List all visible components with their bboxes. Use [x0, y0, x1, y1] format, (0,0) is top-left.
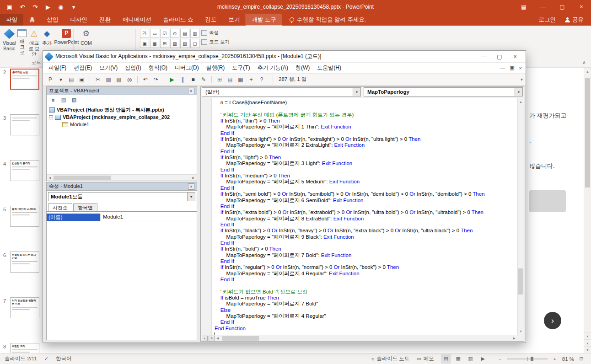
scrollbar-thumb[interactable]: [585, 78, 590, 187]
mdi-restore-icon[interactable]: ▣: [510, 65, 514, 71]
vba-titlebar[interactable]: Microsoft Visual Basic for Applications …: [43, 51, 526, 63]
commandbutton-control-icon[interactable]: ▣: [140, 39, 149, 48]
scroll-right-icon[interactable]: ▶: [190, 175, 197, 181]
reset-icon[interactable]: ■: [188, 75, 198, 84]
copy-icon[interactable]: ▥: [104, 75, 113, 84]
ribbon-big-button[interactable]: COM: [81, 28, 92, 46]
vba-menu-item[interactable]: 창(W): [292, 64, 313, 72]
listbox-control-icon[interactable]: ▥: [190, 29, 199, 38]
tell-me-box[interactable]: 수행할 작업을 알려 주세요.: [290, 14, 366, 26]
vba-menu-item[interactable]: 실행(R): [203, 64, 229, 72]
ppt-view-icon[interactable]: P: [46, 75, 55, 84]
vba-menu-item[interactable]: 추가 기능(A): [254, 64, 292, 72]
project-tree-item[interactable]: - VBAProject (mckinsey_empire_collapse_2…: [47, 113, 197, 121]
project-explorer-close-button[interactable]: ×: [188, 88, 194, 94]
ribbon-tab[interactable]: 보기: [222, 14, 246, 26]
zoom-slider[interactable]: [507, 359, 548, 359]
combobox-control-icon[interactable]: ▤: [180, 29, 189, 38]
code-horizontal-scrollbar[interactable]: ▪ ≡ ◀ ▶: [201, 335, 517, 341]
ribbon-display-options-button[interactable]: ▤: [514, 0, 533, 14]
project-tree-item[interactable]: Module1: [47, 121, 197, 128]
notes-toggle[interactable]: ≡ 슬라이드 노트: [371, 355, 410, 362]
scroll-down-icon[interactable]: ▼: [518, 327, 524, 335]
properties-header[interactable]: 속성 - Module1 ×: [47, 182, 197, 191]
slide-sorter-icon[interactable]: ▦: [453, 354, 463, 364]
object-browser-icon[interactable]: ▦: [236, 75, 245, 84]
object-combo[interactable]: (일반) ▾: [202, 87, 361, 96]
project-explorer-header[interactable]: 프로젝트 - VBAProject ×: [47, 87, 197, 95]
property-row[interactable]: (이름) Module1: [47, 214, 197, 221]
project-explorer-icon[interactable]: ⊞: [215, 75, 224, 84]
minimize-button[interactable]: —: [533, 0, 553, 14]
break-icon[interactable]: ∥: [178, 75, 187, 84]
tree-expander-icon[interactable]: -: [49, 115, 53, 119]
slide-thumbnail[interactable]: [10, 114, 39, 135]
ribbon-tab[interactable]: 홈: [23, 14, 41, 26]
ribbon-tab[interactable]: 개발 도구: [246, 14, 282, 26]
toggle-folders-icon[interactable]: ▧: [70, 96, 78, 104]
redo-icon[interactable]: ↷: [151, 75, 161, 84]
undo-icon[interactable]: ↶: [141, 75, 150, 84]
save-icon[interactable]: ▣: [77, 75, 86, 84]
redo-icon[interactable]: ↷: [29, 1, 41, 13]
save-icon[interactable]: ▣: [4, 1, 16, 13]
zoom-slider-thumb[interactable]: [531, 357, 533, 361]
property-name-cell[interactable]: (이름): [47, 214, 101, 221]
fit-to-window-button[interactable]: ⊡: [576, 354, 586, 364]
view-object-icon[interactable]: ▤: [59, 96, 68, 104]
language-indicator[interactable]: 한국어: [56, 355, 72, 362]
chevron-down-icon[interactable]: ▾: [353, 88, 360, 96]
zoom-out-button[interactable]: −: [495, 354, 505, 364]
ribbon-tab[interactable]: 삽입: [41, 14, 64, 26]
scroll-right-icon[interactable]: ▶: [511, 335, 517, 342]
scroll-down-icon[interactable]: ▼: [584, 332, 591, 339]
ribbon-big-button[interactable]: 매크로: [17, 28, 27, 55]
touch-mode-icon[interactable]: ◉: [55, 1, 67, 13]
vba-close-button[interactable]: ×: [507, 51, 523, 62]
slide-thumbnail[interactable]: 몰락: 맥킨지 vs BCG: [10, 206, 39, 227]
slideshow-icon[interactable]: ▶: [478, 354, 488, 364]
find-icon[interactable]: ◎: [125, 75, 134, 84]
property-value-cell[interactable]: Module1: [101, 214, 125, 221]
mdi-close-icon[interactable]: ×: [519, 65, 522, 71]
reading-view-icon[interactable]: ▥: [466, 354, 476, 364]
code-lines[interactable]: n = LCase$(baseFontName) ' 키워드 기반 우선 매핑 …: [215, 100, 517, 335]
next-button-shape[interactable]: ›: [544, 312, 561, 329]
share-button[interactable]: 공유: [565, 16, 584, 24]
ribbon-tab[interactable]: 디자인: [64, 14, 94, 26]
properties-window-icon[interactable]: ▤: [226, 75, 235, 84]
vba-menu-item[interactable]: 보기(V): [96, 64, 121, 72]
slide-thumbnail[interactable]: 위험한 착각: [10, 343, 39, 353]
ribbon-tab[interactable]: 애니메이션: [117, 14, 157, 26]
undo-icon[interactable]: ↶: [16, 1, 28, 13]
toolbox-icon[interactable]: +: [247, 75, 256, 84]
scroll-up-icon[interactable]: ▲: [584, 68, 591, 75]
vba-minimize-button[interactable]: —: [476, 51, 492, 62]
scroll-up-icon[interactable]: ▲: [518, 98, 524, 105]
maximize-button[interactable]: ▢: [553, 0, 572, 14]
slide-thumbnail[interactable]: 충격적인 선언: [10, 69, 39, 90]
togglebutton-control-icon[interactable]: ▦: [150, 39, 159, 48]
close-button[interactable]: ×: [572, 0, 591, 14]
image-control-icon[interactable]: ▧: [180, 39, 189, 48]
zoom-level[interactable]: 81 %: [562, 356, 574, 362]
ribbon-big-button[interactable]: PowerPoint: [54, 28, 79, 45]
ribbon-tab[interactable]: 검토: [199, 14, 222, 26]
frame-control-icon[interactable]: ▢: [190, 39, 199, 48]
properties-tab[interactable]: 항목별: [73, 203, 97, 211]
code-vertical-scrollbar[interactable]: ▲ ▼: [517, 98, 524, 335]
ribbon-tab[interactable]: 전환: [93, 14, 117, 26]
ribbon-tab[interactable]: 슬라이드 쇼: [157, 14, 199, 26]
separator[interactable]: [164, 76, 164, 83]
ribbon-tab[interactable]: 파일: [0, 14, 23, 26]
code-editor[interactable]: n = LCase$(baseFontName) ' 키워드 기반 우선 매핑 …: [201, 98, 517, 335]
help-icon[interactable]: ?: [257, 75, 266, 84]
properties-tab[interactable]: 사전순: [48, 203, 72, 211]
ribbon-big-button[interactable]: Visual Basic: [3, 28, 16, 51]
scrollbar-thumb[interactable]: [518, 268, 523, 294]
collapse-ribbon-button[interactable]: ∧: [580, 59, 588, 65]
procedure-combo[interactable]: MapToPaperlogy ▾: [364, 87, 523, 96]
mdi-minimize-icon[interactable]: —: [500, 65, 505, 71]
chevron-down-icon[interactable]: ▾: [187, 193, 195, 201]
ribbon-big-button[interactable]: 추가: [41, 28, 52, 46]
